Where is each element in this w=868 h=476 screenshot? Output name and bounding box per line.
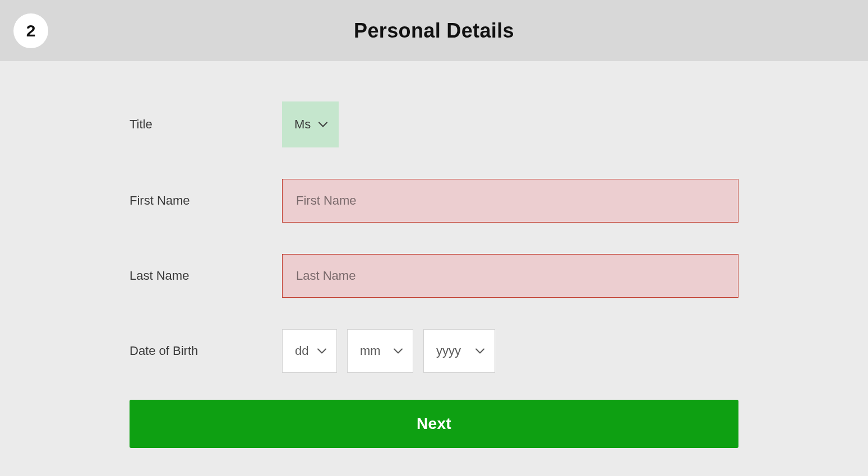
- chevron-down-icon: [394, 348, 403, 354]
- last-name-field[interactable]: [282, 254, 738, 298]
- chevron-down-icon: [475, 348, 484, 354]
- control-last-name: [282, 254, 738, 298]
- dob-day-select[interactable]: dd: [282, 329, 337, 373]
- dob-year-value: yyyy: [436, 344, 461, 358]
- label-title: Title: [130, 117, 282, 132]
- label-first-name: First Name: [130, 193, 282, 208]
- title-select[interactable]: Ms: [282, 101, 339, 147]
- step-number-badge: 2: [13, 13, 48, 48]
- section-title: Personal Details: [354, 19, 514, 43]
- dob-day-value: dd: [295, 344, 308, 358]
- row-last-name: Last Name: [130, 254, 738, 298]
- personal-details-section: 2 Personal Details Title Ms First Name: [0, 0, 868, 476]
- label-dob: Date of Birth: [130, 344, 282, 358]
- row-dob: Date of Birth dd mm: [130, 329, 738, 373]
- dob-group: dd mm yyyy: [282, 329, 738, 373]
- first-name-field[interactable]: [282, 179, 738, 223]
- step-number: 2: [26, 21, 36, 40]
- control-first-name: [282, 179, 738, 223]
- section-header: 2 Personal Details: [0, 1, 868, 61]
- control-title: Ms: [282, 101, 738, 147]
- title-select-value: Ms: [294, 117, 311, 132]
- next-button[interactable]: Next: [130, 400, 738, 448]
- chevron-down-icon: [317, 348, 326, 354]
- chevron-down-icon: [318, 122, 327, 127]
- label-last-name: Last Name: [130, 269, 282, 283]
- row-first-name: First Name: [130, 179, 738, 223]
- dob-month-value: mm: [360, 344, 381, 358]
- dob-month-select[interactable]: mm: [347, 329, 413, 373]
- form-area: Title Ms First Name Last Name: [0, 61, 868, 476]
- dob-year-select[interactable]: yyyy: [423, 329, 495, 373]
- control-dob: dd mm yyyy: [282, 329, 738, 373]
- form-inner: Title Ms First Name Last Name: [130, 101, 738, 448]
- row-title: Title Ms: [130, 101, 738, 147]
